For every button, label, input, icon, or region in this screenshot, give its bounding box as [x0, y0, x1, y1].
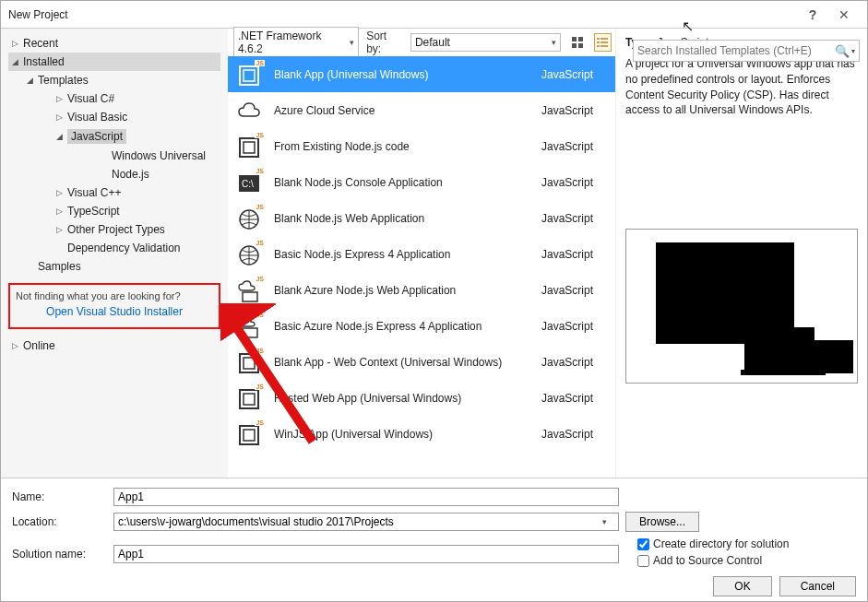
search-templates[interactable]: 🔍 ▾ — [633, 40, 860, 62]
template-name: Blank Node.js Console Application — [274, 176, 530, 189]
svg-rect-25 — [244, 430, 255, 441]
bottom-form: Name: Location: ▾ Browse... Solution nam… — [1, 478, 867, 602]
js-badge-icon: JS — [255, 348, 265, 354]
tree-visual-basic[interactable]: ▷Visual Basic — [53, 108, 220, 126]
close-button[interactable]: ✕ — [828, 1, 860, 29]
svg-rect-3 — [578, 43, 583, 48]
svg-rect-2 — [572, 43, 577, 48]
tree-dependency-validation[interactable]: ·Dependency Validation — [53, 239, 220, 257]
svg-rect-0 — [572, 37, 577, 41]
template-icon: JS — [237, 242, 263, 267]
template-name: Basic Node.js Express 4 Application — [274, 248, 530, 261]
svg-rect-5 — [600, 38, 608, 40]
template-icon: JS — [237, 349, 263, 375]
view-grid-button[interactable] — [568, 33, 586, 52]
template-lang: JavaScript — [541, 356, 606, 369]
template-name: Blank Azure Node.js Web Application — [274, 284, 530, 297]
tree-nodejs[interactable]: ·Node.js — [97, 165, 220, 183]
cancel-button[interactable]: Cancel — [779, 576, 856, 596]
location-input[interactable] — [113, 513, 619, 531]
tree-templates[interactable]: ◢Templates — [23, 71, 220, 89]
name-label: Name: — [12, 490, 113, 503]
svg-rect-9 — [600, 45, 608, 47]
template-name: Blank App - Web Context (Universal Windo… — [274, 356, 530, 369]
tree-visual-csharp[interactable]: ▷Visual C# — [53, 89, 220, 108]
template-row[interactable]: C:\JSBlank Node.js Console ApplicationJa… — [228, 164, 615, 200]
template-icon: JS — [237, 385, 263, 411]
tree-samples[interactable]: ·Samples — [23, 257, 220, 276]
template-row[interactable]: JSWinJS App (Universal Windows)JavaScrip… — [228, 416, 615, 452]
template-lang: JavaScript — [541, 212, 606, 225]
template-name: Hosted Web App (Universal Windows) — [274, 392, 530, 405]
template-row[interactable]: JSBasic Azure Node.js Express 4 Applicat… — [228, 308, 615, 344]
help-button[interactable]: ? — [797, 1, 828, 29]
template-list[interactable]: JSBlank App (Universal Windows)JavaScrip… — [228, 56, 615, 478]
svg-rect-6 — [597, 41, 600, 43]
tree-other-project-types[interactable]: ▷Other Project Types — [53, 220, 220, 239]
window-title: New Project — [8, 8, 797, 21]
search-icon[interactable]: 🔍 — [835, 44, 850, 58]
svg-rect-12 — [240, 138, 258, 157]
js-badge-icon: JS — [255, 204, 265, 210]
tree-recent[interactable]: ▷Recent — [8, 34, 220, 53]
svg-rect-4 — [597, 38, 600, 40]
template-row[interactable]: JSBlank Node.js Web ApplicationJavaScrip… — [228, 200, 615, 236]
template-name: Basic Azure Node.js Express 4 Applicatio… — [274, 320, 530, 333]
template-name: Azure Cloud Service — [274, 104, 530, 117]
left-panel: ▷Recent ◢Installed ◢Templates ▷Visual C#… — [1, 29, 228, 478]
template-lang: JavaScript — [541, 428, 606, 441]
template-row[interactable]: JSBlank App (Universal Windows)JavaScrip… — [228, 56, 615, 92]
center-toolbar: .NET Framework 4.6.2▾ Sort by: Default▾ — [228, 29, 615, 56]
solution-name-label: Solution name: — [12, 548, 113, 561]
tree-javascript[interactable]: ◢JavaScript — [53, 126, 220, 147]
search-input[interactable] — [637, 44, 835, 57]
browse-button[interactable]: Browse... — [625, 512, 699, 532]
template-icon: JS — [237, 277, 263, 303]
template-row[interactable]: Azure Cloud ServiceJavaScript — [228, 92, 615, 128]
svg-rect-19 — [243, 328, 257, 337]
svg-rect-8 — [597, 45, 600, 47]
js-badge-icon: JS — [255, 132, 265, 138]
svg-rect-21 — [244, 358, 255, 369]
template-name: WinJS App (Universal Windows) — [274, 428, 530, 441]
template-description: A project for a Universal Windows app th… — [625, 56, 858, 118]
template-icon: JS — [237, 206, 263, 231]
open-installer-link[interactable]: Open Visual Studio Installer — [16, 305, 213, 318]
template-row[interactable]: JSBlank Azure Node.js Web ApplicationJav… — [228, 272, 615, 308]
sortby-combo[interactable]: Default▾ — [410, 33, 562, 52]
template-row[interactable]: JSHosted Web App (Universal Windows)Java… — [228, 380, 615, 416]
template-lang: JavaScript — [541, 284, 606, 297]
tree-windows-universal[interactable]: ·Windows Universal — [97, 147, 220, 165]
tree-online[interactable]: ▷Online — [8, 336, 220, 355]
template-row[interactable]: JSFrom Existing Node.js codeJavaScript — [228, 128, 615, 164]
js-badge-icon: JS — [255, 240, 265, 246]
template-lang: JavaScript — [541, 68, 606, 81]
template-lang: JavaScript — [541, 320, 606, 333]
svg-text:C:\: C:\ — [242, 179, 254, 189]
template-name: Blank App (Universal Windows) — [274, 68, 530, 81]
template-name: From Existing Node.js code — [274, 140, 530, 153]
svg-rect-18 — [243, 292, 257, 301]
template-icon: JS — [237, 313, 263, 339]
svg-rect-1 — [578, 37, 583, 41]
solution-name-input[interactable] — [113, 545, 619, 563]
template-icon: JS — [237, 421, 263, 447]
template-icon: C:\JS — [237, 170, 263, 195]
template-row[interactable]: JSBasic Node.js Express 4 ApplicationJav… — [228, 236, 615, 272]
ok-button[interactable]: OK — [713, 576, 771, 596]
view-list-button[interactable] — [594, 33, 612, 52]
create-dir-checkbox[interactable]: Create directory for solution — [637, 537, 789, 550]
svg-rect-10 — [240, 66, 258, 85]
framework-combo[interactable]: .NET Framework 4.6.2▾ — [233, 27, 359, 58]
template-row[interactable]: JSBlank App - Web Context (Universal Win… — [228, 344, 615, 380]
tree-installed[interactable]: ◢Installed — [8, 53, 220, 71]
search-dropdown-icon[interactable]: ▾ — [851, 47, 855, 55]
not-finding-text: Not finding what you are looking for? — [16, 290, 213, 301]
name-input[interactable] — [113, 488, 619, 506]
add-source-checkbox[interactable]: Add to Source Control — [637, 554, 789, 567]
tree-visual-cpp[interactable]: ▷Visual C++ — [53, 183, 220, 202]
tree-typescript[interactable]: ▷TypeScript — [53, 202, 220, 220]
js-badge-icon: JS — [255, 312, 265, 318]
js-badge-icon: JS — [255, 276, 265, 282]
template-lang: JavaScript — [541, 140, 606, 153]
